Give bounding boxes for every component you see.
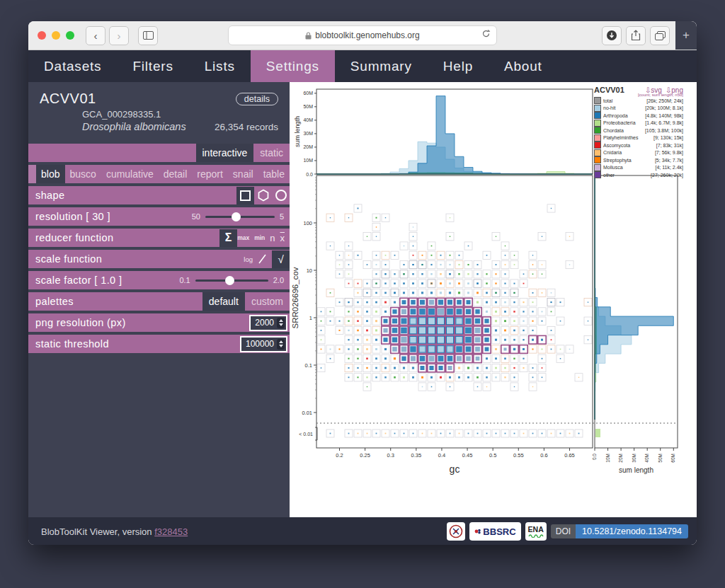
view-tab[interactable]: report [192,165,228,183]
reducer-option-Σ[interactable]: Σ [219,229,237,247]
sidebar-icon [143,31,154,40]
legend-swatch [594,127,601,134]
download-icon [606,30,617,41]
view-tab[interactable]: busco [65,165,101,183]
nav-item[interactable]: About [489,50,558,82]
static-threshold-label: static threshold [35,338,109,350]
bbsrc-dots-icon [474,528,481,535]
svg-text:10M: 10M [303,158,313,163]
palette-option[interactable]: custom [245,292,290,311]
legend-item[interactable]: Arthropoda [4.8k; 140M; 98k] [594,112,683,120]
close-window-icon[interactable] [38,31,46,40]
scale-log-option[interactable]: log [244,255,253,263]
bbsrc-badge[interactable]: BBSRC [469,522,520,541]
legend-item[interactable]: Platyhelminthes [9; 130k; 15k] [594,134,683,142]
sidebar-toggle-button[interactable] [138,26,158,45]
legend-stats: [7; 56k; 9.8k] [655,150,683,155]
mode-option[interactable]: static [253,144,290,162]
legend-item[interactable]: Chordata [105; 3.8M; 100k] [594,127,683,134]
png-resolution-stepper[interactable] [277,318,285,328]
legend-item[interactable]: no-hit [20k; 100M; 8.1k] [594,105,683,113]
mode-option[interactable]: interactive [196,144,254,162]
url-bar[interactable]: blobtoolkit.genomehubs.org [228,25,497,45]
legend-item[interactable]: total [26k; 250M; 24k] [594,97,683,105]
refresh-icon[interactable] [481,29,491,38]
scale-factor-slider-thumb[interactable] [225,276,234,285]
back-button[interactable]: ‹ [86,26,105,45]
png-resolution-row: png resolution (px) 2000 [28,313,290,332]
reducer-row: reducer function Σmaxminnx [28,229,290,247]
new-tab-button[interactable]: + [675,21,697,50]
png-resolution-input[interactable]: 2000 [249,315,287,331]
png-resolution-value: 2000 [255,318,274,328]
legend-stats: [4; 11k; 2.4k] [655,165,683,170]
svg-text:20M: 20M [618,454,623,463]
static-threshold-row: static threshold 100000 [28,335,290,353]
resolution-min: 50 [192,212,200,221]
shape-square-icon[interactable] [236,187,254,204]
legend-item[interactable]: Ascomycota [7; 83k; 31k] [594,142,683,149]
downloads-button[interactable] [602,26,622,45]
reducer-option-max[interactable]: max [237,234,249,241]
details-button[interactable]: details [236,93,278,105]
legend-swatch [594,134,601,142]
view-tab[interactable]: cumulative [101,165,159,183]
svg-text:1: 1 [309,315,312,321]
zoom-window-icon[interactable] [66,31,74,40]
static-threshold-input[interactable]: 100000 [240,336,287,352]
palette-option[interactable]: default [202,292,245,311]
nav-item[interactable]: Filters [117,50,188,82]
shape-circle-icon[interactable] [272,187,290,204]
crest-icon [449,524,463,538]
university-crest-badge[interactable] [447,522,465,541]
nav-item[interactable]: Lists [189,50,251,82]
reducer-option-n[interactable]: n [270,233,275,243]
nav-item[interactable]: Help [428,50,489,82]
resolution-slider-thumb[interactable] [232,212,241,221]
view-tab[interactable]: detail [159,165,192,183]
nav-item[interactable]: Settings [251,50,335,82]
nav-item[interactable]: Summary [335,50,428,82]
svg-text:10: 10 [307,267,312,274]
dataset-record-count: 26,354 records [215,122,278,132]
tabs-overview-button[interactable] [650,26,670,45]
shape-hexagon-icon[interactable] [254,187,272,204]
view-tab[interactable]: blob [36,165,64,183]
svg-text:60M: 60M [670,454,675,463]
legend-item[interactable]: Streptophyta [5; 34k; 7.7k] [594,156,683,164]
legend-item[interactable]: Cnidaria [7; 56k; 9.8k] [594,149,683,157]
forward-button[interactable]: › [109,26,129,45]
legend-stats: [4.8k; 140M; 98k] [645,113,683,118]
nav-item[interactable]: Datasets [28,50,117,82]
url-text: blobtoolkit.genomehubs.org [315,30,419,40]
share-button[interactable] [626,26,646,45]
ena-badge[interactable]: ENA [525,522,547,541]
reducer-option-x[interactable]: x [280,233,285,243]
legend-swatch [594,156,601,163]
legend-stats: [7; 83k; 31k] [656,143,683,148]
doi-value: 10.5281/zenodo.1134794 [576,524,688,538]
resolution-slider[interactable] [205,216,275,218]
version-link[interactable]: f328453 [154,526,188,537]
legend-swatch [594,142,601,149]
svg-text:0.1: 0.1 [305,362,312,369]
svg-text:50M: 50M [303,104,313,109]
legend-label: Ascomycota [603,143,630,148]
minimize-window-icon[interactable] [52,31,60,40]
legend-item[interactable]: Mollusca [4; 11k; 2.4k] [594,164,683,172]
app-navbar: DatasetsFiltersListsSettingsSummaryHelpA… [28,50,697,82]
legend-stats: [105; 3.8M; 100k] [645,128,683,133]
doi-badge[interactable]: DOI 10.5281/zenodo.1134794 [551,524,688,538]
legend-swatch [594,112,601,119]
view-tab[interactable]: table [258,165,290,183]
scale-linear-icon[interactable] [258,253,267,265]
scale-sqrt-icon[interactable]: √ [272,250,290,268]
legend-item[interactable]: other [27; 260k; 20k] [594,171,683,179]
legend-swatch [594,105,601,112]
legend-label: Streptophyta [603,158,632,163]
reducer-option-min[interactable]: min [254,234,265,241]
static-threshold-stepper[interactable] [277,339,285,350]
legend-item[interactable]: Proteobacteria [1.4k; 6.7M; 9.8k] [594,120,683,127]
view-tab[interactable]: snail [228,165,258,183]
scale-factor-slider[interactable] [195,279,268,282]
